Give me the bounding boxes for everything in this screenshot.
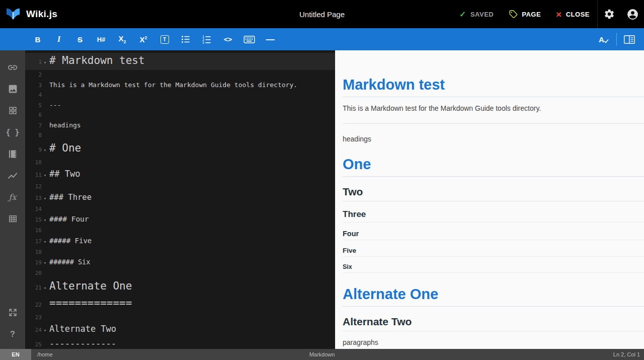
heading-button[interactable]: H# [91,28,112,50]
editor-line[interactable]: 14 [25,204,335,214]
markdown-help-button[interactable]: ? [0,323,25,345]
insert-video-button[interactable] [0,143,25,165]
subscript-button[interactable]: X2 [112,28,133,50]
check-icon: ✓ [459,10,466,19]
line-number: 16 [35,226,42,236]
strikethrough-button[interactable]: S [69,28,91,50]
editor-line[interactable]: 12 [25,182,335,192]
preview-h3: Three [343,209,644,223]
line-gutter: 13▾ [25,192,48,204]
keyboard-icon [244,36,255,43]
editor-line[interactable]: 16 [25,226,335,236]
textbox-button[interactable]: T [154,28,175,50]
markdown-editor-pane[interactable]: 1▾# Markdown test23This is a Markdown te… [25,50,335,349]
fold-arrow-icon[interactable]: ▾ [42,324,48,337]
side-by-side-button[interactable] [619,28,640,50]
editor-line[interactable]: 25------------- [25,337,335,349]
insert-diagram-button[interactable] [0,165,25,186]
editor-line[interactable]: 24▾Alternate Two [25,322,335,337]
editor-line-text: Alternate Two [48,322,116,335]
help-icon: ? [10,330,15,339]
code-braces-icon: { } [6,128,19,137]
bullet-list-button[interactable] [175,28,196,50]
superscript-button[interactable]: X2 [133,28,154,50]
ordered-list-button[interactable]: 123 [196,28,217,50]
keyboard-button[interactable] [238,28,260,50]
insert-table-button[interactable] [0,208,25,230]
fold-arrow-icon[interactable]: ▾ [42,215,48,226]
editor-line[interactable]: 15▾#### Four [25,214,335,226]
line-gutter: 11▾ [25,169,48,182]
bold-button[interactable]: B [27,28,48,50]
editor-line[interactable]: 10 [25,158,335,168]
editor-line[interactable]: 19▾###### Six [25,257,335,268]
line-gutter: 10 [25,158,48,168]
line-number: 22 [35,298,42,313]
preview-h6: Six [343,263,644,273]
line-gutter: 7 [25,121,48,131]
editor-line[interactable]: 23 [25,313,335,323]
fold-arrow-icon[interactable]: ▾ [42,169,48,182]
editor-line[interactable]: 4 [25,90,335,100]
heading-icon: H# [97,36,106,43]
svg-text:3: 3 [202,41,204,44]
line-gutter: 9▾ [25,142,48,158]
editor-line-text: Alternate One [48,278,132,294]
editor-line-text: # One [48,140,81,156]
fold-arrow-icon[interactable]: ▾ [42,193,48,204]
line-number: 10 [35,158,42,168]
blocks-icon [8,106,18,115]
editor-line[interactable]: 1▾# Markdown test [25,53,335,70]
line-gutter: 4 [25,90,48,100]
editor-line[interactable]: 6 [25,110,335,120]
insert-code-block-button[interactable]: { } [0,121,25,143]
editor-line[interactable]: 8 [25,130,335,140]
preview-h1: Markdown test [343,77,644,97]
insert-block-button[interactable] [0,100,25,121]
editor-line[interactable]: 5--- [25,100,335,111]
line-number: 5 [38,101,42,111]
topbar: Wiki.js Untitled Page ✓ SAVED PAGE × CLO… [0,0,644,28]
page-properties-button[interactable]: PAGE [501,0,548,28]
main-area: { }ƒx ? 1▾# Markdown test23This is a Mar… [0,50,644,349]
insert-math-button[interactable]: ƒx [0,186,25,208]
settings-button[interactable] [598,0,621,28]
editor-line[interactable]: 17▾##### Five [25,236,335,247]
line-gutter: 15▾ [25,214,48,226]
fold-arrow-icon[interactable]: ▾ [42,142,48,158]
italic-button[interactable]: I [48,28,69,50]
distraction-free-button[interactable] [0,302,25,323]
editor-line-text: # Markdown test [48,53,145,68]
editor-line[interactable]: 20 [25,268,335,278]
line-number: 19 [35,257,42,268]
spellcheck-button[interactable]: A [593,28,614,50]
horizontal-rule-button[interactable]: — [260,28,281,50]
insert-link-button[interactable] [0,56,25,78]
account-button[interactable] [621,0,644,28]
editor-line[interactable]: 2 [25,70,335,80]
insert-image-button[interactable] [0,78,25,100]
editor-line[interactable]: 7headings [25,120,335,131]
line-gutter: 18 [25,247,48,257]
fold-arrow-icon[interactable]: ▾ [42,237,48,247]
fold-arrow-icon[interactable]: ▾ [42,280,48,296]
line-gutter: 20 [25,268,48,278]
wikijs-logo[interactable] [0,0,26,28]
editor-line[interactable]: 22============= [25,296,335,313]
editor-line-text: --- [48,100,61,110]
editor-line[interactable]: 21▾Alternate One [25,278,335,296]
inline-code-button[interactable]: <> [217,28,238,50]
fold-arrow-icon[interactable]: ▾ [42,55,48,70]
code-icon: <> [224,36,232,43]
editor-line[interactable]: 3This is a Markdown test for the Markdow… [25,80,335,91]
table-icon [8,214,18,224]
close-button[interactable]: × CLOSE [548,0,597,28]
editor-line[interactable]: 13▾### Three [25,192,335,204]
fold-arrow-icon[interactable]: ▾ [42,258,48,268]
locale-selector[interactable]: EN [0,349,31,360]
line-number: 18 [35,247,42,257]
editor-line[interactable]: 9▾# One [25,140,335,158]
preview-pane[interactable]: Markdown testThis is a Markdown test for… [335,50,644,349]
editor-line[interactable]: 18 [25,247,335,257]
editor-line[interactable]: 11▾## Two [25,167,335,182]
